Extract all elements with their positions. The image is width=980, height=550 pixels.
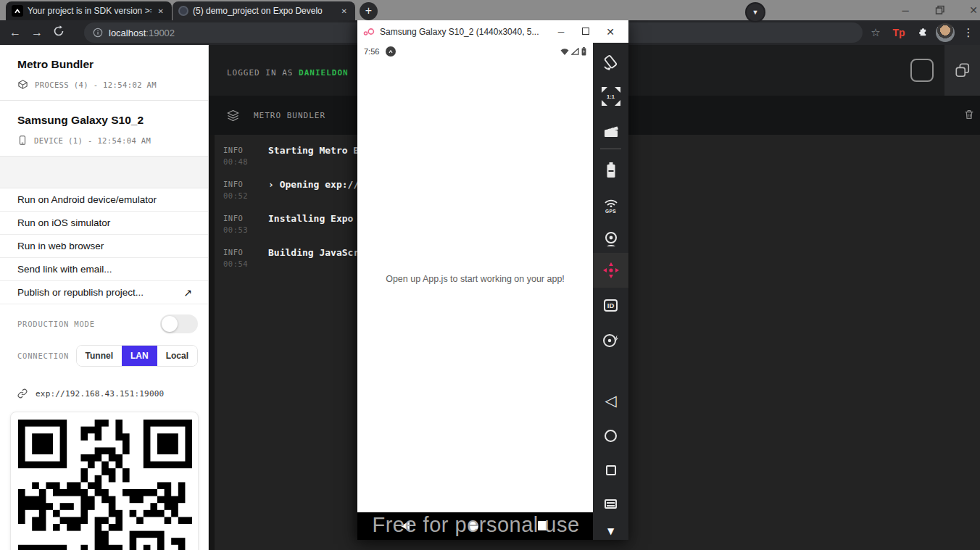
android-status-bar: 7:56 [357,43,593,59]
app-screen[interactable]: Open up App.js to start working on your … [357,59,593,512]
connection-option-lan[interactable]: LAN [122,346,157,366]
process-title: Metro Bundler [17,58,191,71]
process-section[interactable]: Metro Bundler PROCESS (4) - 12:54:02 AM [0,45,208,101]
bookmark-star-icon[interactable]: ☆ [864,26,887,39]
info-icon [93,28,103,38]
connection-option-tunnel[interactable]: Tunnel [77,346,122,366]
devtools-sidebar: Metro Bundler PROCESS (4) - 12:54:02 AM … [0,45,209,550]
tab-expo-sdk-warning[interactable]: Your project is in SDK version >= ✕ [6,1,172,20]
tp-extension-icon[interactable]: Tp [887,27,910,38]
app-message: Open up App.js to start working on your … [357,274,593,284]
watermark-text: Free for personal use [357,513,594,537]
connection-option-local[interactable]: Local [157,346,197,366]
logged-in-prefix: LOGGED IN AS [227,68,299,78]
log-time: 00:52 [223,191,248,200]
device-id-icon[interactable]: ID [593,288,628,322]
dpad-control-icon[interactable] [593,253,628,288]
emulator-close-button[interactable]: ✕ [598,26,623,38]
connection-label: CONNECTION [17,351,69,360]
emulator-titlebar[interactable]: Samsung Galaxy S10_2 (1440x3040, 5... ─ … [357,20,628,43]
action-run-web[interactable]: Run in web browser [0,235,208,258]
production-mode-toggle[interactable] [160,314,198,333]
signal-icon [571,48,579,55]
browser-tab-strip: Your project is in SDK version >= ✕ (5) … [0,0,980,20]
sidebar-spacer [0,157,208,188]
tab-title: (5) demo_project on Expo Develo [193,6,335,16]
android-home-button[interactable] [593,418,628,453]
log-level: INFO [223,248,248,257]
extensions-puzzle-icon[interactable] [910,26,934,39]
disc-flash-icon[interactable] [593,323,628,358]
action-publish[interactable]: Publish or republish project... ↗ [0,281,208,304]
device-meta: DEVICE (1) - 12:54:04 AM [34,136,151,145]
maximize-icon [582,28,589,35]
emulator-maximize-button[interactable] [573,27,598,37]
username: DANIELDON [299,68,349,78]
device-title: Samsung Galaxy S10_2 [17,114,191,127]
emulator-window: Samsung Galaxy S10_2 (1440x3040, 5... ─ … [357,20,628,540]
device-icon [17,135,28,146]
wifi-icon [560,48,569,55]
screencast-icon[interactable] [593,114,628,149]
camera-control-icon[interactable] [593,222,628,257]
emulator-title: Samsung Galaxy S10_2 (1440x3040, 5... [380,27,549,37]
single-layout-button[interactable] [910,59,934,82]
tab-close-icon[interactable]: ✕ [339,7,349,15]
action-label: Send link with email... [17,264,112,275]
layers-icon [227,109,239,122]
multi-layout-button[interactable] [944,45,980,96]
window-minimize-button[interactable]: ─ [893,0,918,20]
expo-favicon-icon [12,5,23,17]
qr-code [18,420,192,550]
process-meta: PROCESS (4) - 12:54:02 AM [35,80,157,89]
browser-menu-icon[interactable]: ⋮ [957,26,980,39]
device-section[interactable]: Samsung Galaxy S10_2 DEVICE (1) - 12:54:… [0,101,208,157]
bundler-title: METRO BUNDLER [254,111,325,120]
more-options-button[interactable]: ▼ [593,514,628,549]
window-restore-button[interactable] [928,0,952,20]
battery-control-icon[interactable] [593,153,628,188]
emulator-minimize-button[interactable]: ─ [549,27,573,37]
connection-segmented-control: Tunnel LAN Local [76,345,198,367]
logged-in-status: LOGGED IN AS DANIELDON [227,68,349,78]
tab-expo-devtools[interactable]: (5) demo_project on Expo Develo ✕ [173,1,355,20]
production-mode-label: PRODUCTION MODE [17,320,95,328]
action-label: Run on iOS simulator [17,217,110,228]
android-recents-button[interactable] [593,453,628,488]
fit-to-scale-icon[interactable]: 1:1 [593,79,628,114]
action-run-android[interactable]: Run on Android device/emulator [0,188,208,212]
url-port: :19002 [146,28,175,38]
external-link-icon: ↗ [183,287,192,299]
log-level: INFO [223,214,248,222]
phone-display[interactable]: 7:56 Open up App.js to start working on … [357,43,593,540]
exp-url[interactable]: exp://192.168.43.151:19000 [36,389,164,399]
action-label: Run on Android device/emulator [17,194,157,205]
action-send-email[interactable]: Send link with email... [0,258,208,281]
package-icon [17,79,28,90]
back-button[interactable]: ← [4,26,26,39]
android-back-button[interactable]: ◁ [593,383,628,418]
gps-control-icon[interactable]: GPS [593,188,628,222]
genymotion-logo-icon [363,27,375,37]
android-nav-bar: Free for personal use [357,512,593,540]
clear-logs-button[interactable] [963,108,975,124]
log-level: INFO [223,146,248,154]
tab-close-icon[interactable]: ✕ [156,7,166,15]
restore-icon [935,5,945,15]
tab-title: Your project is in SDK version >= [28,6,151,16]
action-run-ios[interactable]: Run on iOS simulator [0,212,208,235]
rotate-device-icon[interactable] [593,45,628,80]
reload-button[interactable] [48,25,70,40]
forward-button[interactable]: → [26,26,48,39]
log-time: 00:54 [223,259,248,268]
devtools-favicon-icon [178,6,188,16]
new-tab-button[interactable]: + [360,2,378,20]
emulator-toolbar: 1:1 GPS [593,43,628,540]
window-close-button[interactable]: ✕ [961,0,980,20]
battery-icon [581,47,586,56]
screen: Your project is in SDK version >= ✕ (5) … [0,0,980,550]
toggle-knob [162,316,178,332]
profile-avatar[interactable] [936,23,955,42]
copy-layout-icon [955,62,971,78]
screen-recorder-widget[interactable]: ▼ [745,2,765,22]
